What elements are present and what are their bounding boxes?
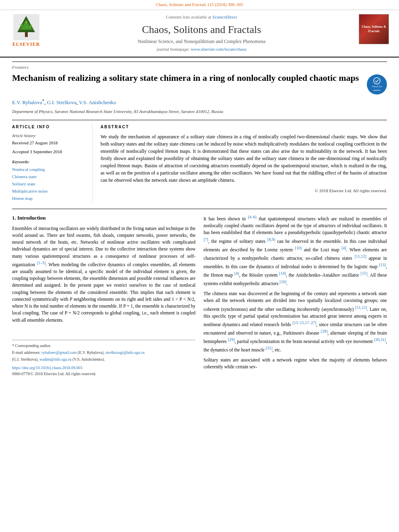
elsevier-logo: ELSEVIER [8, 14, 44, 48]
email-anishchenko[interactable]: wadim@info.sgu.ru [39, 357, 72, 362]
main-content: Frontiers Mechanism of realizing a solit… [0, 58, 399, 385]
intro-paragraph-4: Solitary states are associated with a ne… [204, 357, 387, 371]
keyword-nonlocal[interactable]: Nonlocal coupling [12, 166, 86, 173]
ref-31-heart[interactable]: [31] [266, 346, 273, 350]
intro-heading: 1. Introduction [12, 214, 195, 222]
ref-13[interactable]: [13] [379, 263, 386, 267]
science-direct-label: Contents lists available at ScienceDirec… [48, 14, 355, 21]
corresponding-author-note: * Corresponding author. [12, 343, 195, 349]
abstract-column: ABSTRACT We study the mechanism of appea… [101, 124, 387, 203]
email-rybalova[interactable]: rybaIoev@gmail.com [41, 350, 76, 355]
article-info-column: ARTICLE INFO Article history: Received 2… [12, 124, 93, 203]
abstract-heading: ABSTRACT [101, 124, 387, 130]
ref-30-31[interactable]: [30,31] [374, 337, 386, 342]
ref-4-6[interactable]: [4–6] [248, 215, 257, 219]
footnote-area: * Corresponding author. E-mail addresses… [12, 340, 195, 377]
ref-11-12[interactable]: [11,12] [355, 254, 366, 259]
author-rybalova: E.V. Rybalova [12, 99, 42, 105]
intro-paragraph-3: The chimera state was discovered at the … [204, 290, 387, 353]
intro-paragraph-1: Ensembles of interacting oscillators are… [12, 225, 195, 324]
ref-11-12-chimera[interactable]: [11,12] [356, 305, 367, 310]
email-strelkova[interactable]: strelkovagi@info.sgu.ru [105, 350, 144, 355]
journal-name: Chaos, Solitons and Fractals [48, 22, 355, 37]
svg-point-5 [20, 24, 23, 27]
journal-subtitle: Nonlinear Science, and Nonequilibrium an… [48, 38, 355, 45]
svg-point-7 [25, 21, 27, 23]
publisher-logo-area: ELSEVIER [8, 14, 44, 48]
elsevier-tree-icon [13, 14, 39, 40]
ref-7[interactable]: [7] [204, 237, 208, 242]
journal-header: ELSEVIER Contents lists available at Sci… [0, 10, 399, 58]
elsevier-wordmark: ELSEVIER [12, 41, 40, 48]
journal-homepage: journal homepage: www.elsevier.com/locat… [48, 46, 355, 53]
science-direct-link[interactable]: ScienceDirect [212, 14, 237, 19]
keyword-noise[interactable]: Multiplicative noise [12, 188, 86, 195]
svg-point-8 [374, 78, 380, 84]
ref-8-9[interactable]: [8,9] [267, 237, 275, 242]
ref-15[interactable]: [15] [361, 271, 368, 275]
ref-10[interactable]: [10] [295, 246, 302, 250]
accepted-date: Accepted 3 September 2018 [12, 149, 86, 155]
ref-28[interactable]: [28] [321, 329, 328, 333]
author-strelkova: G.I. Strelkova [47, 99, 76, 105]
authors-line: E.V. Rybalova*, G.I. Strelkova, V.S. Ani… [12, 98, 387, 107]
section-label: Frontiers [12, 62, 387, 71]
doi-link[interactable]: https://doi.org/10.1016/j.chaos.2018.09.… [12, 366, 82, 370]
article-info-heading: ARTICLE INFO [12, 124, 86, 130]
ref-4-lozi[interactable]: [4] [341, 246, 346, 250]
intro-paragraph-2: It has been shown in [4–6] that spatiote… [204, 214, 387, 287]
doi-line: https://doi.org/10.1016/j.chaos.2018.09.… [12, 365, 195, 371]
article-info-abstract: ARTICLE INFO Article history: Received 2… [12, 120, 387, 203]
ref-29[interactable]: [29] [228, 337, 235, 342]
journal-cover-image: Chaos, Solitons & Fractals [359, 14, 389, 44]
keyword-solitary[interactable]: Solitary state [12, 181, 86, 187]
copyright-line: © 2018 Elsevier Ltd. All rights reserved… [101, 188, 387, 194]
body-right-column: It has been shown in [4–6] that spatiote… [204, 214, 387, 377]
svg-rect-1 [25, 32, 28, 37]
received-date: Received 27 August 2018 [12, 140, 86, 146]
keywords-label: Keywords: [12, 159, 86, 165]
abstract-text: We study the mechanism of appearance of … [101, 133, 387, 184]
email-line: E-mail addresses: rybaIoev@gmail.com (E.… [12, 349, 195, 355]
ref-13-27[interactable]: [13–15,17–27] [292, 320, 316, 325]
keyword-henon[interactable]: Henon map [12, 195, 86, 202]
email-label: E-mail addresses: [12, 350, 41, 355]
check-update-icon [373, 77, 381, 85]
body-left-column: 1. Introduction Ensembles of interacting… [12, 214, 195, 377]
ref-14[interactable]: [14] [279, 271, 286, 275]
keyword-chimera[interactable]: Chimera state [12, 174, 86, 180]
history-label: Article history: [12, 133, 86, 139]
author-anishchenko: V.S. Anishchenko [79, 99, 116, 105]
journal-bar: Chaos, Solitons and Fractals 115 (2018) … [0, 0, 399, 10]
body-content: 1. Introduction Ensembles of interacting… [12, 209, 387, 377]
keywords-section: Keywords: Nonlocal coupling Chimera stat… [12, 159, 86, 202]
journal-cover-area: Chaos, Solitons & Fractals [359, 14, 391, 44]
ref-16[interactable]: [16] [280, 279, 286, 284]
svg-point-6 [30, 25, 32, 27]
paper-title: Mechanism of realizing a solitary state … [12, 72, 363, 84]
journal-citation: Chaos, Solitons and Fractals 115 (2018) … [156, 2, 243, 7]
email-addresses: rybaIoev@gmail.com (E.V. Rybalova), stre… [41, 350, 144, 355]
homepage-link[interactable]: www.elsevier.com/locate/chaos [191, 47, 247, 51]
solitary-word: Solitary [204, 357, 218, 362]
ref-4-henon[interactable]: [4] [234, 271, 239, 275]
affiliation: Department of Physics, Saratov National … [12, 109, 387, 115]
journal-title-area: Contents lists available at ScienceDirec… [48, 14, 355, 53]
email-line-2: (G.I. Strelkova), wadim@info.sgu.ru (V.S… [12, 356, 195, 362]
check-for-updates-badge: Check for updates [367, 74, 387, 94]
cover-title: Chaos, Solitons & Fractals [361, 25, 387, 34]
issn-line: 0960-0779/© 2018 Elsevier Ltd. All right… [12, 371, 195, 377]
ref-1-3[interactable]: [1–3] [37, 261, 46, 265]
